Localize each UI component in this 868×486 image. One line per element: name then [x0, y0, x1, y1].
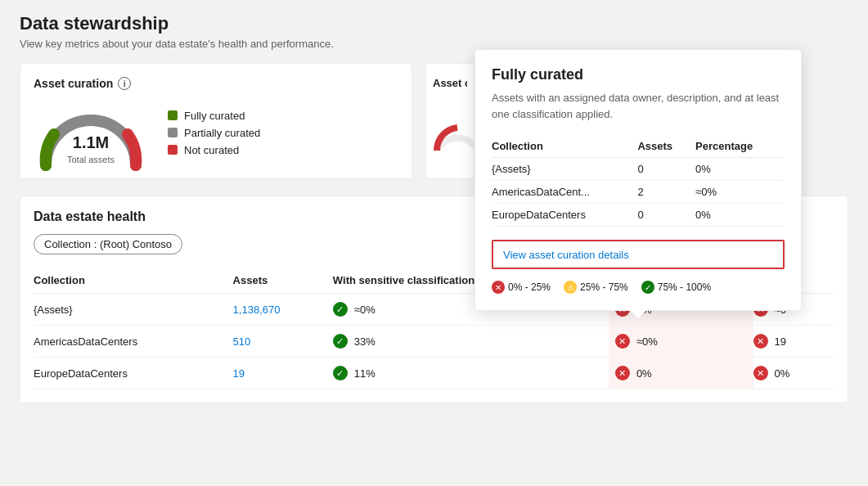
legend-icon-warn: ⚠ — [564, 281, 577, 294]
tooltip-col-collection: Collection — [492, 135, 637, 158]
legend-entry-red: ✕ 0% - 25% — [492, 281, 551, 294]
tooltip-row: AmericasDataCent... 2 ≈0% — [492, 181, 785, 204]
sensitive-value: ≈0% — [354, 304, 376, 316]
tooltip-col-assets: Assets — [637, 135, 695, 158]
owner-status-icon: ✕ — [753, 334, 768, 349]
legend-label-partially: Partially curated — [184, 127, 260, 139]
legend-icon-red: ✕ — [492, 281, 505, 294]
legend-dot-fully — [168, 110, 178, 120]
legend-range-green: 75% - 100% — [658, 281, 711, 293]
sensitive-value: 33% — [354, 335, 376, 348]
cell-curated: ✕ 0% — [609, 358, 753, 389]
tooltip-cell-assets: 0 — [637, 204, 695, 227]
legend-label-fully: Fully curated — [184, 110, 245, 122]
page-title: Data stewardship — [20, 13, 848, 34]
owner-status-icon: ✕ — [753, 366, 768, 380]
gauge-chart: 1.1M Total assets — [34, 100, 148, 165]
cell-owner: ✕ 19 — [753, 326, 834, 358]
legend-dot-partially — [168, 128, 178, 137]
table-row: AmericasDataCenters 510 ✓ 33% ✕ ≈0% — [34, 326, 834, 358]
legend-entry-warn: ⚠ 25% - 75% — [564, 281, 628, 294]
sensitive-value: 11% — [354, 367, 376, 380]
legend-icon-green: ✓ — [641, 281, 654, 294]
tooltip-row: EuropeDataCenters 0 0% — [492, 204, 785, 227]
view-asset-curation-link[interactable]: View asset curation details — [503, 249, 629, 261]
col-assets: Assets — [233, 268, 333, 294]
collection-filter-label: Collection : (Root) Contoso — [44, 238, 172, 250]
cell-collection: {Assets} — [34, 294, 233, 326]
cell-assets[interactable]: 19 — [233, 358, 333, 389]
main-content: Data stewardship View key metrics about … — [0, 0, 868, 416]
tooltip-cell-percentage: ≈0% — [695, 181, 785, 204]
tooltip-cell-percentage: 0% — [695, 204, 785, 227]
collection-filter[interactable]: Collection : (Root) Contoso — [34, 234, 182, 254]
page-subtitle: View key metrics about your data estate'… — [20, 38, 848, 50]
asset-curation-card-title: Asset curation i — [34, 77, 398, 90]
table-row: EuropeDataCenters 19 ✓ 11% ✕ 0% — [34, 358, 834, 389]
legend-entry-green: ✓ 75% - 100% — [641, 281, 711, 294]
tooltip-cell-percentage: 0% — [695, 158, 785, 181]
cell-owner: ✕ 0% — [753, 358, 834, 389]
asset-second-card-title: Asset c — [433, 77, 467, 89]
cell-sensitive: ✓ 33% — [333, 326, 609, 358]
tooltip-legend-row: ✕ 0% - 25% ⚠ 25% - 75% ✓ 75% - 100% — [492, 281, 785, 294]
tooltip-cell-assets: 2 — [637, 181, 695, 204]
owner-value: 19 — [775, 335, 786, 348]
tooltip-cell-collection: {Assets} — [492, 158, 637, 181]
view-link-box[interactable]: View asset curation details — [492, 240, 785, 269]
cell-collection: AmericasDataCenters — [34, 326, 233, 358]
curated-status-icon: ✕ — [615, 334, 630, 349]
gauge-value: 1.1M — [67, 133, 115, 152]
cell-assets[interactable]: 510 — [233, 326, 333, 358]
sensitive-status-icon: ✓ — [333, 302, 348, 317]
asset-curation-card: Asset curation i 1.1 — [20, 63, 412, 179]
tooltip-row: {Assets} 0 0% — [492, 158, 785, 181]
legend: Fully curated Partially curated Not cura… — [168, 110, 260, 156]
cell-curated: ✕ ≈0% — [609, 326, 753, 358]
tooltip-desc: Assets with an assigned data owner, desc… — [492, 90, 785, 122]
legend-dot-not — [168, 145, 178, 155]
curated-status-icon: ✕ — [615, 366, 630, 380]
sensitive-status-icon: ✓ — [333, 334, 348, 349]
sensitive-status-icon: ✓ — [333, 366, 348, 380]
info-icon[interactable]: i — [118, 77, 131, 90]
asset-curation-card-body: 1.1M Total assets Fully curated Partiall… — [34, 100, 398, 165]
col-collection: Collection — [34, 268, 233, 294]
tooltip-cell-collection: EuropeDataCenters — [492, 204, 637, 227]
legend-label-not: Not curated — [184, 144, 239, 156]
tooltip-cell-collection: AmericasDataCent... — [492, 181, 637, 204]
curated-value: ≈0% — [636, 335, 658, 348]
tooltip-arrow — [630, 310, 646, 318]
legend-range-red: 0% - 25% — [508, 281, 551, 293]
legend-range-warn: 25% - 75% — [580, 281, 628, 293]
tooltip-popup: Fully curated Assets with an assigned da… — [474, 49, 802, 311]
tooltip-table: Collection Assets Percentage {Assets} 0 … — [492, 135, 785, 227]
curated-value: 0% — [636, 367, 652, 380]
tooltip-title: Fully curated — [492, 66, 785, 83]
cell-collection: EuropeDataCenters — [34, 358, 233, 389]
cell-sensitive: ✓ 11% — [333, 358, 609, 389]
legend-item-not: Not curated — [168, 144, 260, 156]
legend-item-partially: Partially curated — [168, 127, 260, 139]
gauge-label: Total assets — [67, 155, 115, 164]
legend-item-fully: Fully curated — [168, 110, 260, 122]
tooltip-cell-assets: 0 — [637, 158, 695, 181]
cell-assets[interactable]: 1,138,670 — [233, 294, 333, 326]
tooltip-col-percentage: Percentage — [695, 135, 785, 158]
asset-second-card-partial: Asset c — [425, 63, 474, 179]
gauge-center-text: 1.1M Total assets — [67, 133, 115, 165]
owner-value: 0% — [775, 367, 790, 380]
